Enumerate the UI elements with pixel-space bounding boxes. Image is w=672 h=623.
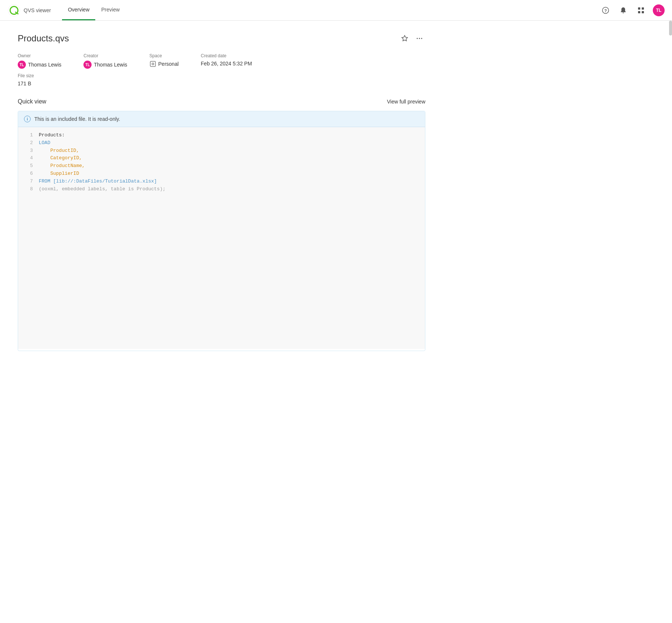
creator-name: Thomas Lewis	[94, 62, 127, 68]
tab-overview[interactable]: Overview	[62, 0, 95, 20]
main-nav-tabs: Overview Preview	[62, 0, 126, 20]
owner-avatar: TL	[18, 61, 26, 69]
svg-point-12	[152, 63, 154, 65]
line-num-2: 2	[24, 139, 33, 147]
scroll-indicator	[669, 21, 672, 35]
line-num-3: 3	[24, 147, 33, 155]
quick-view-title: Quick view	[18, 98, 46, 105]
creator-label: Creator	[83, 53, 127, 58]
creator-avatar: TL	[83, 61, 92, 69]
svg-rect-6	[638, 11, 640, 13]
line-num-5: 5	[24, 162, 33, 170]
code-content-2: LOAD	[39, 139, 50, 147]
code-line-8: 8 (ooxml, embedded labels, table is Prod…	[18, 185, 425, 193]
created-date: Feb 26, 2024 5:32 PM	[201, 61, 252, 67]
favorite-button[interactable]	[399, 33, 411, 44]
filesize-label: File size	[18, 73, 425, 78]
file-actions	[399, 33, 425, 44]
created-date-label: Created date	[201, 53, 252, 58]
meta-created-date: Created date Feb 26, 2024 5:32 PM	[201, 53, 252, 69]
metadata-row: Owner TL Thomas Lewis Creator TL Thomas …	[18, 53, 425, 69]
info-icon: i	[24, 116, 31, 122]
space-icon	[150, 61, 156, 67]
svg-rect-4	[638, 7, 640, 10]
meta-owner: Owner TL Thomas Lewis	[18, 53, 61, 69]
file-title-row: Products.qvs	[18, 33, 425, 44]
code-line-7: 7 FROM [lib://:DataFiles/TutorialData.xl…	[18, 178, 425, 185]
owner-value: TL Thomas Lewis	[18, 61, 61, 69]
grid-icon	[637, 7, 645, 14]
notifications-button[interactable]	[617, 4, 629, 16]
navbar: QVS viewer Overview Preview ? TL	[0, 0, 672, 21]
space-value: Personal	[150, 61, 179, 67]
code-content-5: ProductName,	[39, 162, 85, 170]
code-content-8: (ooxml, embedded labels, table is Produc…	[39, 185, 165, 193]
qlik-logo-icon	[7, 4, 21, 17]
svg-text:?: ?	[604, 8, 607, 13]
code-content-4: CategoryID,	[39, 154, 82, 162]
svg-rect-11	[150, 61, 155, 67]
svg-point-8	[417, 38, 418, 39]
more-dots-icon	[416, 35, 423, 42]
code-container: i This is an included file. It is read-o…	[18, 111, 425, 351]
info-message: This is an included file. It is read-onl…	[34, 116, 120, 122]
nav-right: ? TL	[600, 4, 665, 16]
filesize-value: 171 B	[18, 81, 425, 86]
meta-space: Space Personal	[150, 53, 179, 69]
creator-value: TL Thomas Lewis	[83, 61, 127, 69]
star-icon	[401, 35, 408, 42]
space-name: Personal	[158, 61, 179, 67]
meta-creator: Creator TL Thomas Lewis	[83, 53, 127, 69]
code-line-1: 1 Products:	[18, 132, 425, 139]
app-title: QVS viewer	[24, 7, 51, 13]
code-line-6: 6 SupplierID	[18, 170, 425, 178]
code-line-2: 2 LOAD	[18, 139, 425, 147]
code-line-3: 3 ProductID,	[18, 147, 425, 155]
line-num-4: 4	[24, 154, 33, 162]
code-content-1: Products:	[39, 132, 65, 139]
line-num-6: 6	[24, 170, 33, 178]
space-label: Space	[150, 53, 179, 58]
line-num-1: 1	[24, 132, 33, 139]
line-num-8: 8	[24, 185, 33, 193]
view-full-preview-button[interactable]: View full preview	[387, 99, 425, 105]
main-content: Products.qvs Owner TL Thomas Lew	[0, 21, 443, 363]
more-options-button[interactable]	[414, 33, 425, 44]
bell-icon	[620, 7, 627, 14]
tab-preview[interactable]: Preview	[95, 0, 126, 20]
user-avatar[interactable]: TL	[653, 4, 665, 16]
help-icon: ?	[602, 7, 609, 14]
svg-rect-7	[642, 11, 644, 13]
created-date-value: Feb 26, 2024 5:32 PM	[201, 61, 252, 67]
svg-point-10	[421, 38, 422, 39]
file-title: Products.qvs	[18, 33, 69, 44]
logo-area: QVS viewer	[7, 4, 51, 17]
code-content-3: ProductID,	[39, 147, 79, 155]
line-num-7: 7	[24, 178, 33, 185]
owner-name: Thomas Lewis	[28, 62, 61, 68]
apps-button[interactable]	[635, 4, 647, 16]
code-line-4: 4 CategoryID,	[18, 154, 425, 162]
svg-rect-5	[642, 7, 644, 10]
svg-point-9	[419, 38, 420, 39]
filesize-row: File size 171 B	[18, 73, 425, 86]
code-line-5: 5 ProductName,	[18, 162, 425, 170]
owner-label: Owner	[18, 53, 61, 58]
code-editor: 1 Products: 2 LOAD 3 ProductID, 4 Catego…	[18, 127, 425, 349]
quick-view-header: Quick view View full preview	[18, 98, 425, 105]
code-content-6: SupplierID	[39, 170, 79, 178]
help-button[interactable]: ?	[600, 4, 611, 16]
info-banner: i This is an included file. It is read-o…	[18, 111, 425, 127]
code-content-7: FROM [lib://:DataFiles/TutorialData.xlsx…	[39, 178, 157, 185]
